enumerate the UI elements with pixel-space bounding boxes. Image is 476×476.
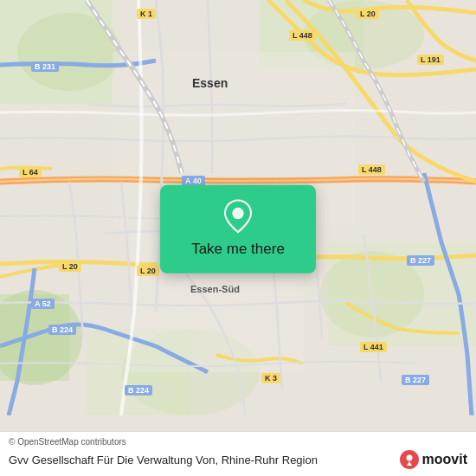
road-badge-b224-low: B 224 bbox=[125, 381, 152, 396]
road-badge-l441: L 441 bbox=[360, 338, 387, 353]
road-badge-l448-mid: L 448 bbox=[358, 160, 385, 176]
moovit-icon bbox=[400, 450, 419, 469]
road-badge-l448-top: L 448 bbox=[289, 26, 316, 42]
attribution: © OpenStreetMap contributors bbox=[9, 437, 467, 447]
road-badge-l64: L 64 bbox=[19, 163, 42, 178]
road-badge-a52: A 52 bbox=[31, 294, 55, 310]
road-badge-l20-left: L 20 bbox=[59, 257, 81, 273]
location-text: Gvv Gesellschaft Für Die Verwaltung Von,… bbox=[9, 453, 400, 466]
road-badge-l20-top: L 20 bbox=[357, 4, 379, 20]
road-badge-l191: L 191 bbox=[417, 50, 444, 66]
moovit-logo: moovit bbox=[400, 450, 467, 469]
svg-point-13 bbox=[406, 455, 412, 461]
road-badge-b224-mid: B 224 bbox=[48, 320, 76, 336]
road-badge-k1: K 1 bbox=[137, 4, 156, 20]
road-badge-b227-top: B 227 bbox=[407, 251, 434, 267]
road-badge-b227-low: B 227 bbox=[402, 370, 429, 386]
road-badge-k3: K 3 bbox=[261, 369, 280, 384]
popup-card[interactable]: Take me there bbox=[160, 185, 316, 273]
location-pin bbox=[221, 199, 255, 234]
svg-point-12 bbox=[232, 208, 243, 219]
take-me-there-button[interactable]: Take me there bbox=[191, 241, 285, 258]
bottom-bar: © OpenStreetMap contributors Gvv Gesells… bbox=[0, 431, 476, 476]
road-badge-l20-inner: L 20 bbox=[137, 261, 159, 277]
moovit-text: moovit bbox=[422, 452, 467, 467]
road-badge-b231: B 231 bbox=[31, 57, 59, 73]
map-container: K 1 L 20 L 191 B 231 L 448 L 448 A 40 L … bbox=[0, 0, 476, 476]
